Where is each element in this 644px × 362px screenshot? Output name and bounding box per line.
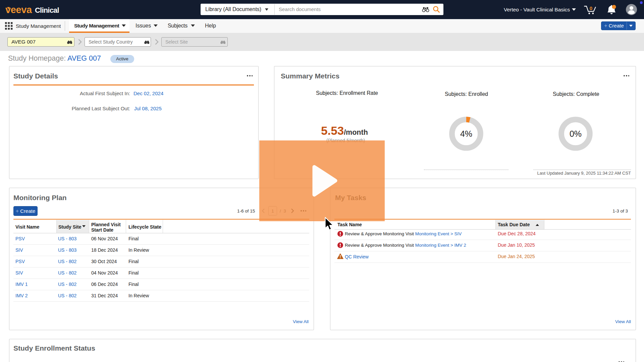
svg-text:0: 0 — [590, 5, 592, 11]
